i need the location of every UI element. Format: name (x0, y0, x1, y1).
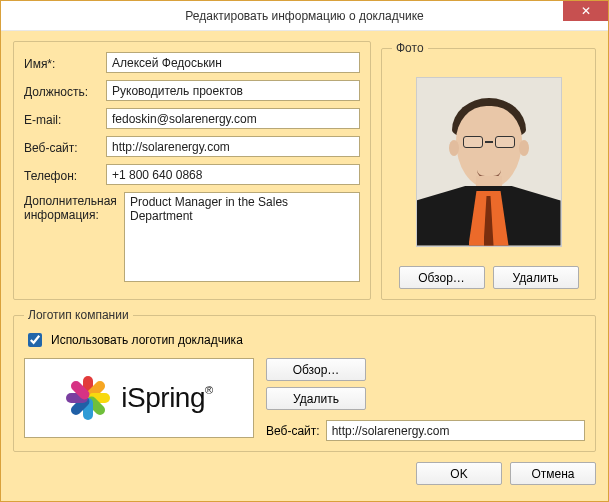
phone-input[interactable] (106, 164, 360, 185)
company-logo-legend: Логотип компании (24, 308, 133, 322)
position-input[interactable] (106, 80, 360, 101)
window-close-button[interactable]: ✕ (563, 1, 608, 21)
company-logo-group: Логотип компании Использовать логотип до… (13, 308, 596, 452)
photo-group: Фото Обзор… Уд (381, 41, 596, 300)
photo-legend: Фото (392, 41, 428, 55)
name-label: Имя*: (24, 55, 106, 71)
website-label: Веб-сайт: (24, 139, 106, 155)
cancel-button[interactable]: Отмена (510, 462, 596, 485)
dialog-content: Имя*: Должность: E-mail: Веб-сайт: Телеф… (1, 31, 608, 501)
logo-delete-button[interactable]: Удалить (266, 387, 366, 410)
ispring-wordmark: iSpring® (121, 382, 212, 414)
presenter-info-group: Имя*: Должность: E-mail: Веб-сайт: Телеф… (13, 41, 371, 300)
additional-info-textarea[interactable] (124, 192, 360, 282)
logo-browse-button[interactable]: Обзор… (266, 358, 366, 381)
position-label: Должность: (24, 83, 106, 99)
additional-info-label: Дополнительная информация: (24, 192, 124, 222)
photo-delete-button[interactable]: Удалить (493, 266, 579, 289)
close-icon: ✕ (581, 5, 591, 17)
use-presenter-logo-checkbox[interactable] (28, 333, 42, 347)
presenter-photo (416, 77, 562, 247)
name-input[interactable] (106, 52, 360, 73)
ispring-logo: iSpring® (65, 375, 212, 421)
email-input[interactable] (106, 108, 360, 129)
use-presenter-logo-label[interactable]: Использовать логотип докладчика (51, 333, 243, 347)
window-title: Редактировать информацию о докладчике (185, 9, 423, 23)
ok-button[interactable]: OK (416, 462, 502, 485)
window-titlebar: Редактировать информацию о докладчике ✕ (1, 1, 608, 31)
email-label: E-mail: (24, 111, 106, 127)
photo-preview-area (392, 65, 585, 258)
website-input[interactable] (106, 136, 360, 157)
phone-label: Телефон: (24, 167, 106, 183)
logo-website-input[interactable] (326, 420, 585, 441)
photo-browse-button[interactable]: Обзор… (399, 266, 485, 289)
ispring-mark-icon (65, 375, 111, 421)
logo-website-label: Веб-сайт: (266, 424, 320, 438)
company-logo-preview: iSpring® (24, 358, 254, 438)
